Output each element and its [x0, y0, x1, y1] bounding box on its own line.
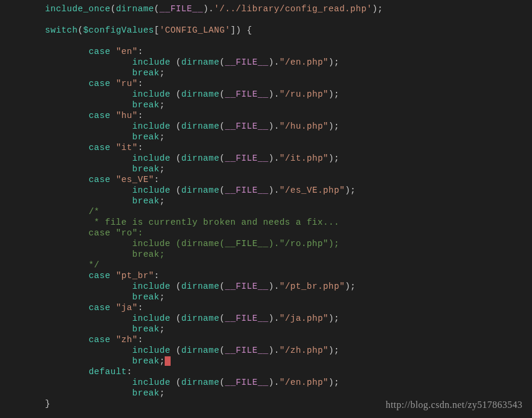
switch-kw: switch: [45, 25, 78, 35]
cursor-icon: [165, 356, 170, 366]
code-block: include_once(dirname(__FILE__).'/../libr…: [0, 4, 532, 409]
comment-block: /* * file is currently broken and needs …: [45, 207, 339, 270]
include-once-kw: include_once: [45, 4, 110, 14]
watermark-text: http://blog.csdn.net/zy517863543: [386, 400, 523, 410]
code-content: include_once(dirname(__FILE__).'/../libr…: [45, 4, 532, 409]
